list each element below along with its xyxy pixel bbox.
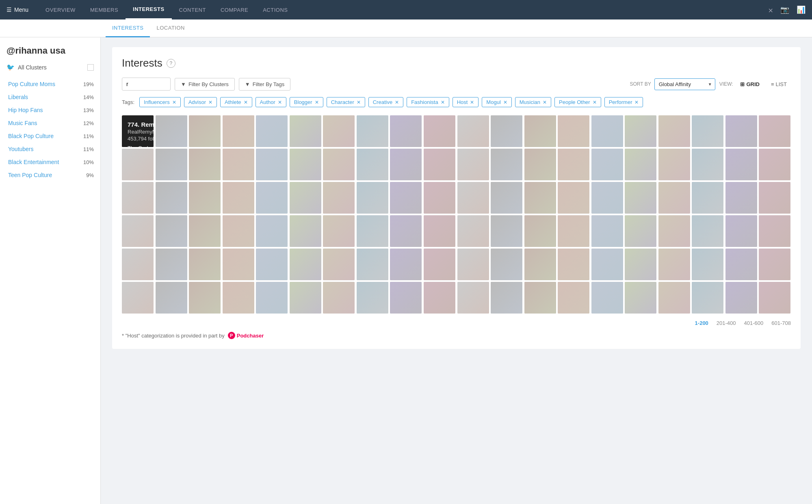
grid-cell[interactable] bbox=[759, 182, 790, 214]
grid-cell[interactable] bbox=[390, 215, 422, 247]
grid-cell[interactable] bbox=[759, 249, 790, 280]
filter-tags-button[interactable]: ▼ Filter By Tags bbox=[239, 78, 290, 91]
tag-remove-icon[interactable]: ✕ bbox=[503, 100, 507, 105]
grid-cell[interactable] bbox=[625, 282, 656, 314]
tag-host[interactable]: Host ✕ bbox=[453, 97, 479, 107]
grid-cell[interactable] bbox=[457, 215, 489, 247]
tag-remove-icon[interactable]: ✕ bbox=[470, 100, 474, 105]
tag-remove-icon[interactable]: ✕ bbox=[172, 100, 176, 105]
tag-remove-icon[interactable]: ✕ bbox=[357, 100, 361, 105]
grid-cell[interactable] bbox=[759, 282, 790, 314]
grid-cell[interactable] bbox=[457, 282, 489, 314]
sort-select[interactable]: Global Affinity Relevance Followers bbox=[654, 78, 715, 90]
grid-cell[interactable] bbox=[658, 182, 690, 214]
grid-cell[interactable] bbox=[323, 149, 355, 180]
tag-creative[interactable]: Creative ✕ bbox=[368, 97, 403, 107]
cluster-item[interactable]: Music Fans 12% bbox=[0, 117, 100, 130]
grid-cell[interactable] bbox=[256, 115, 288, 147]
cluster-item[interactable]: Youtubers 11% bbox=[0, 143, 100, 156]
nav-interests[interactable]: INTERESTS bbox=[126, 0, 171, 19]
grid-cell[interactable] bbox=[558, 215, 589, 247]
grid-cell[interactable] bbox=[625, 215, 656, 247]
tag-athlete[interactable]: Athlete ✕ bbox=[220, 97, 252, 107]
grid-cell[interactable] bbox=[357, 249, 388, 280]
grid-cell[interactable] bbox=[591, 115, 623, 147]
grid-cell[interactable] bbox=[658, 149, 690, 180]
grid-cell[interactable] bbox=[692, 115, 723, 147]
tag-remove-icon[interactable]: ✕ bbox=[244, 100, 248, 105]
grid-cell[interactable] bbox=[256, 282, 288, 314]
tag-performer[interactable]: Performer ✕ bbox=[604, 97, 643, 107]
grid-cell[interactable] bbox=[223, 282, 254, 314]
grid-cell[interactable] bbox=[692, 215, 723, 247]
grid-cell[interactable] bbox=[290, 215, 321, 247]
grid-cell[interactable] bbox=[692, 249, 723, 280]
grid-cell[interactable] bbox=[156, 282, 187, 314]
nav-content[interactable]: CONTENT bbox=[172, 0, 213, 19]
grid-cell[interactable] bbox=[357, 115, 388, 147]
grid-cell[interactable] bbox=[725, 249, 757, 280]
grid-cell[interactable] bbox=[725, 282, 757, 314]
cluster-item[interactable]: Pop Culture Moms 19% bbox=[0, 78, 100, 91]
tag-character[interactable]: Character ✕ bbox=[327, 97, 365, 107]
tag-remove-icon[interactable]: ✕ bbox=[208, 100, 212, 105]
grid-cell[interactable] bbox=[457, 115, 489, 147]
grid-cell[interactable] bbox=[558, 149, 589, 180]
grid-cell[interactable] bbox=[491, 282, 522, 314]
grid-cell[interactable] bbox=[156, 215, 187, 247]
sub-interests[interactable]: INTERESTS bbox=[106, 19, 150, 37]
grid-cell[interactable] bbox=[357, 149, 388, 180]
nav-overview[interactable]: OVERVIEW bbox=[38, 0, 83, 19]
tag-remove-icon[interactable]: ✕ bbox=[634, 100, 639, 105]
grid-cell[interactable] bbox=[558, 115, 589, 147]
grid-cell[interactable] bbox=[290, 182, 321, 214]
camera-icon[interactable]: 📷 bbox=[780, 5, 789, 14]
grid-cell[interactable] bbox=[122, 182, 154, 214]
grid-cell[interactable] bbox=[390, 282, 422, 314]
grid-cell[interactable] bbox=[524, 282, 556, 314]
grid-cell[interactable] bbox=[290, 115, 321, 147]
grid-cell[interactable] bbox=[759, 115, 790, 147]
grid-cell[interactable] bbox=[189, 249, 221, 280]
grid-cell[interactable] bbox=[524, 249, 556, 280]
grid-cell[interactable] bbox=[390, 115, 422, 147]
grid-cell[interactable] bbox=[156, 115, 187, 147]
grid-cell[interactable] bbox=[591, 182, 623, 214]
grid-cell[interactable] bbox=[122, 249, 154, 280]
page-1-200[interactable]: 1-200 bbox=[695, 320, 708, 326]
chart-icon[interactable]: 📊 bbox=[797, 5, 806, 14]
grid-cell[interactable] bbox=[156, 149, 187, 180]
view-grid-button[interactable]: ⊞ GRID bbox=[736, 79, 764, 90]
grid-cell[interactable] bbox=[491, 215, 522, 247]
grid-cell[interactable] bbox=[725, 115, 757, 147]
grid-cell[interactable] bbox=[390, 182, 422, 214]
page-201-400[interactable]: 201-400 bbox=[717, 320, 736, 326]
grid-cell[interactable] bbox=[290, 249, 321, 280]
nav-members[interactable]: MEMBERS bbox=[83, 0, 126, 19]
grid-cell[interactable] bbox=[692, 149, 723, 180]
grid-cell[interactable] bbox=[424, 282, 455, 314]
grid-cell[interactable] bbox=[323, 249, 355, 280]
cluster-item[interactable]: Liberals 14% bbox=[0, 91, 100, 104]
grid-cell[interactable] bbox=[759, 149, 790, 180]
grid-cell[interactable] bbox=[189, 282, 221, 314]
grid-cell[interactable] bbox=[625, 149, 656, 180]
grid-cell[interactable] bbox=[357, 282, 388, 314]
grid-cell[interactable] bbox=[256, 149, 288, 180]
tag-remove-icon[interactable]: ✕ bbox=[441, 100, 445, 105]
grid-cell[interactable] bbox=[323, 282, 355, 314]
menu-button[interactable]: ☰ Menu bbox=[6, 6, 28, 13]
grid-cell[interactable] bbox=[692, 282, 723, 314]
grid-cell-first[interactable]: 774. Remy Ma RealRemyMa 453,794 follower… bbox=[122, 115, 154, 147]
grid-cell[interactable] bbox=[658, 282, 690, 314]
grid-cell[interactable] bbox=[390, 249, 422, 280]
grid-cell[interactable] bbox=[725, 182, 757, 214]
page-401-600[interactable]: 401-600 bbox=[744, 320, 764, 326]
grid-cell[interactable] bbox=[189, 215, 221, 247]
grid-cell[interactable] bbox=[290, 149, 321, 180]
all-clusters-checkbox[interactable] bbox=[87, 64, 94, 71]
grid-cell[interactable] bbox=[223, 249, 254, 280]
grid-cell[interactable] bbox=[524, 149, 556, 180]
grid-cell[interactable] bbox=[457, 182, 489, 214]
grid-cell[interactable] bbox=[725, 149, 757, 180]
